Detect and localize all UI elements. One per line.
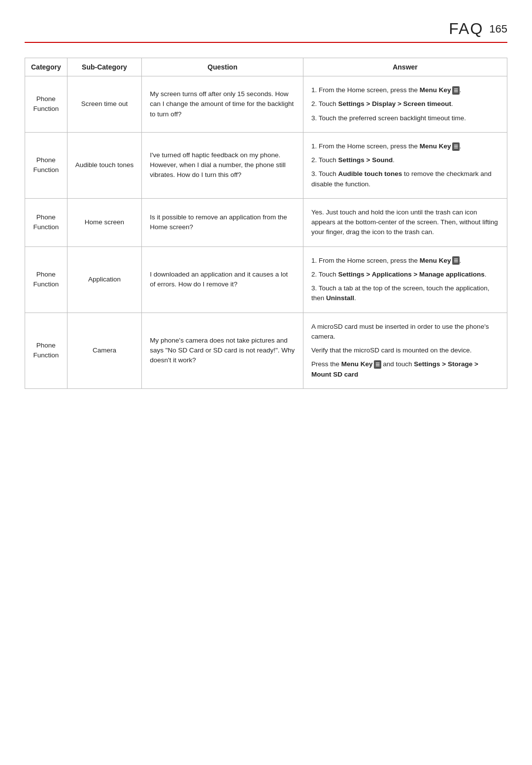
- answer-cell: 1. From the Home screen, press the Menu …: [303, 76, 507, 133]
- answer-cell: Yes. Just touch and hold the icon until …: [303, 198, 507, 246]
- subcategory-cell: Home screen: [67, 198, 142, 246]
- subcategory-cell: Camera: [67, 313, 142, 388]
- category-cell: Phone Function: [25, 198, 67, 246]
- category-cell: Phone Function: [25, 132, 67, 198]
- question-cell: My phone's camera does not take pictures…: [142, 313, 303, 388]
- answer-item: Press the Menu Key☰ and touch Settings >…: [311, 359, 499, 380]
- page-title: FAQ: [449, 20, 483, 38]
- table-row: Phone FunctionScreen time outMy screen t…: [25, 76, 507, 133]
- question-cell: Is it possible to remove an application …: [142, 198, 303, 246]
- subcategory-cell: Screen time out: [67, 76, 142, 133]
- table-row: Phone FunctionCameraMy phone's camera do…: [25, 313, 507, 388]
- table-row: Phone FunctionApplicationI downloaded an…: [25, 246, 507, 313]
- answer-item: Verify that the microSD card is mounted …: [311, 346, 499, 355]
- menu-key-icon: ☰: [452, 256, 460, 265]
- answer-item: 2. Touch Settings > Display > Screen tim…: [311, 99, 499, 109]
- faq-table: Category Sub-Category Question Answer Ph…: [25, 58, 507, 389]
- question-cell: I downloaded an application and it cause…: [142, 246, 303, 313]
- answer-item: 2. Touch Settings > Sound.: [311, 155, 499, 165]
- subcategory-cell: Audible touch tones: [67, 132, 142, 198]
- answer-item: 3. Touch a tab at the top of the screen,…: [311, 283, 499, 304]
- answer-item: 2. Touch Settings > Applications > Manag…: [311, 270, 499, 279]
- category-cell: Phone Function: [25, 313, 67, 388]
- answer-item: 3. Touch Audible touch tones to remove t…: [311, 169, 499, 189]
- col-sub-category: Sub-Category: [67, 58, 142, 76]
- answer-cell: 1. From the Home screen, press the Menu …: [303, 132, 507, 198]
- answer-item: 1. From the Home screen, press the Menu …: [311, 141, 499, 151]
- answer-cell: 1. From the Home screen, press the Menu …: [303, 246, 507, 313]
- col-category: Category: [25, 58, 67, 76]
- menu-key-icon: ☰: [374, 360, 381, 369]
- subcategory-cell: Application: [67, 246, 142, 313]
- col-question: Question: [142, 58, 303, 76]
- page-number: 165: [489, 23, 507, 35]
- answer-item: 3. Touch the preferred screen backlight …: [311, 113, 499, 123]
- category-cell: Phone Function: [25, 246, 67, 313]
- page-header: FAQ 165: [25, 20, 507, 43]
- question-cell: I've turned off haptic feedback on my ph…: [142, 132, 303, 198]
- answer-item: 1. From the Home screen, press the Menu …: [311, 85, 499, 95]
- menu-key-icon: ☰: [452, 86, 460, 95]
- table-row: Phone FunctionAudible touch tonesI've tu…: [25, 132, 507, 198]
- answer-cell: A microSD card must be inserted in order…: [303, 313, 507, 388]
- menu-key-icon: ☰: [452, 142, 460, 151]
- answer-item: 1. From the Home screen, press the Menu …: [311, 256, 499, 266]
- category-cell: Phone Function: [25, 76, 67, 133]
- question-cell: My screen turns off after only 15 second…: [142, 76, 303, 133]
- table-header-row: Category Sub-Category Question Answer: [25, 58, 507, 76]
- table-row: Phone FunctionHome screenIs it possible …: [25, 198, 507, 246]
- answer-item: A microSD card must be inserted in order…: [311, 322, 499, 342]
- answer-item: Yes. Just touch and hold the icon until …: [311, 208, 499, 238]
- col-answer: Answer: [303, 58, 507, 76]
